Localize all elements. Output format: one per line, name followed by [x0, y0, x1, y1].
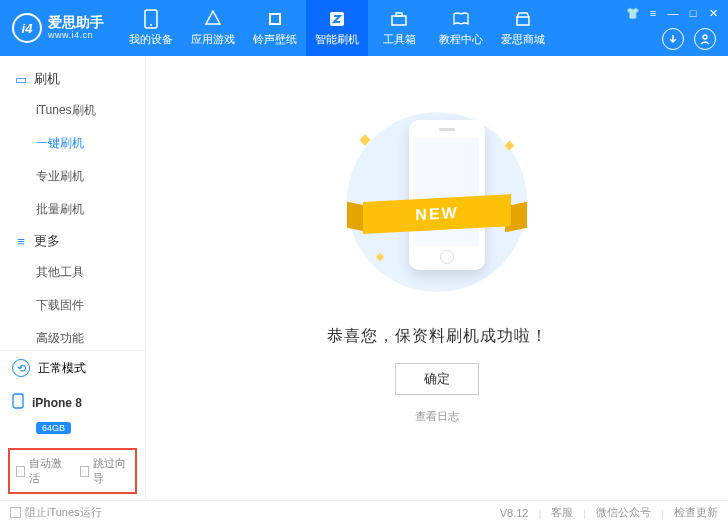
store-icon [513, 9, 533, 29]
footer-link-support[interactable]: 客服 [551, 505, 573, 520]
highlighted-options: 自动激活 跳过向导 [8, 448, 137, 494]
mode-row[interactable]: ⟲ 正常模式 [0, 351, 145, 385]
maximize-icon[interactable]: □ [686, 6, 700, 20]
nav-my-device[interactable]: 我的设备 [120, 0, 182, 56]
skip-wizard-checkbox[interactable]: 跳过向导 [80, 456, 130, 486]
sidebar-group-flash: ▭刷机 [0, 64, 145, 94]
refresh-icon: ⟲ [12, 359, 30, 377]
app-url: www.i4.cn [48, 31, 104, 41]
app-name: 爱思助手 [48, 15, 104, 30]
success-message: 恭喜您，保资料刷机成功啦！ [327, 326, 548, 347]
shirt-icon[interactable]: 👕 [626, 6, 640, 20]
nav-apps[interactable]: 应用游戏 [182, 0, 244, 56]
user-button[interactable] [694, 28, 716, 50]
sidebar-item-other-tools[interactable]: 其他工具 [0, 256, 145, 289]
sidebar-group-more: ≡更多 [0, 226, 145, 256]
close-icon[interactable]: ✕ [706, 6, 720, 20]
nav-tutorials[interactable]: 教程中心 [430, 0, 492, 56]
app-header: i4 爱思助手 www.i4.cn 我的设备 应用游戏 铃声壁纸 智能刷机 工具… [0, 0, 728, 56]
phone-icon [141, 9, 161, 29]
block-itunes-checkbox[interactable]: 阻止iTunes运行 [10, 505, 102, 520]
sidebar-item-pro-flash[interactable]: 专业刷机 [0, 160, 145, 193]
logo-icon: i4 [12, 13, 42, 43]
svg-rect-6 [396, 13, 402, 16]
phone-small-icon [12, 393, 24, 412]
sidebar-item-advanced[interactable]: 高级功能 [0, 322, 145, 350]
top-nav: 我的设备 应用游戏 铃声壁纸 智能刷机 工具箱 教程中心 爱思商城 [120, 0, 554, 56]
more-icon: ≡ [14, 234, 28, 249]
book-icon [451, 9, 471, 29]
nav-store[interactable]: 爱思商城 [492, 0, 554, 56]
device-icon: ▭ [14, 72, 28, 87]
nav-toolbox[interactable]: 工具箱 [368, 0, 430, 56]
new-ribbon: NEW [343, 190, 531, 238]
toolbox-icon [389, 9, 409, 29]
sidebar-item-itunes-flash[interactable]: iTunes刷机 [0, 94, 145, 127]
view-log-link[interactable]: 查看日志 [415, 409, 459, 424]
sidebar-item-oneclick-flash[interactable]: 一键刷机 [0, 127, 145, 160]
success-illustration: NEW [337, 102, 537, 302]
menu-icon[interactable]: ≡ [646, 6, 660, 20]
logo: i4 爱思助手 www.i4.cn [0, 13, 120, 43]
apps-icon [203, 9, 223, 29]
sidebar: ▭刷机 iTunes刷机 一键刷机 专业刷机 批量刷机 ≡更多 其他工具 下载固… [0, 56, 146, 500]
device-row[interactable]: iPhone 8 64GB [0, 385, 145, 442]
svg-rect-5 [392, 16, 406, 25]
auto-activate-checkbox[interactable]: 自动激活 [16, 456, 66, 486]
version-label: V8.12 [500, 507, 529, 519]
music-icon [265, 9, 285, 29]
mode-label: 正常模式 [38, 360, 86, 377]
svg-point-1 [150, 24, 152, 26]
flash-icon [327, 9, 347, 29]
footer-link-wechat[interactable]: 微信公众号 [596, 505, 651, 520]
download-button[interactable] [662, 28, 684, 50]
minimize-icon[interactable]: — [666, 6, 680, 20]
footer-link-update[interactable]: 检查更新 [674, 505, 718, 520]
storage-badge: 64GB [36, 422, 71, 434]
window-controls: 👕 ≡ — □ ✕ [626, 6, 720, 20]
nav-flash[interactable]: 智能刷机 [306, 0, 368, 56]
sidebar-item-batch-flash[interactable]: 批量刷机 [0, 193, 145, 226]
ok-button[interactable]: 确定 [395, 363, 479, 395]
svg-rect-9 [13, 394, 23, 408]
main-content: NEW 恭喜您，保资料刷机成功啦！ 确定 查看日志 [146, 56, 728, 500]
svg-rect-3 [271, 15, 279, 23]
nav-ringtones[interactable]: 铃声壁纸 [244, 0, 306, 56]
sidebar-item-download-firmware[interactable]: 下载固件 [0, 289, 145, 322]
footer: 阻止iTunes运行 V8.12 | 客服 | 微信公众号 | 检查更新 [0, 500, 728, 524]
device-name: iPhone 8 [32, 396, 82, 410]
svg-point-8 [703, 35, 707, 39]
svg-rect-7 [517, 17, 529, 25]
